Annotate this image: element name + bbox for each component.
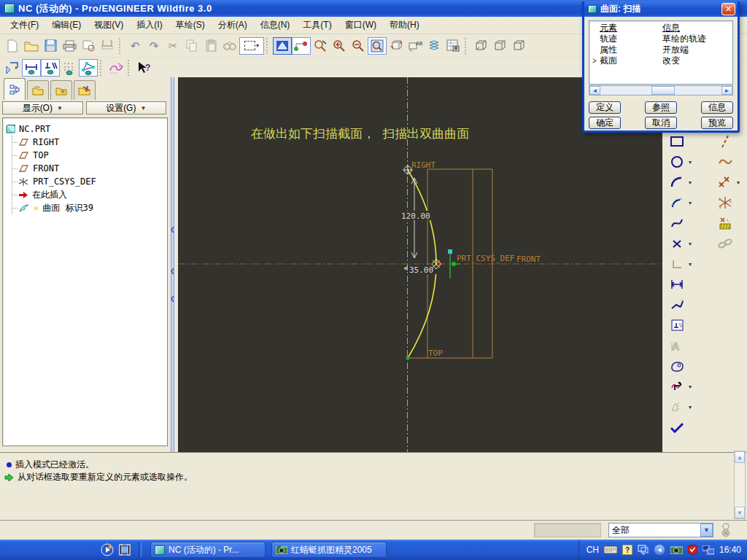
datum-point-tool-icon[interactable]: [716, 174, 734, 190]
preview-button[interactable]: 预览: [701, 117, 733, 129]
tree-item-top-plane[interactable]: TOP: [18, 149, 164, 162]
print-preview-icon[interactable]: [79, 37, 98, 55]
graphics-canvas[interactable]: 在做出如下扫描截面， 扫描出双曲曲面 RIGHT TOP FRONT PRT_C…: [178, 77, 662, 452]
scroll-left-icon[interactable]: ◄: [589, 86, 600, 95]
new-file-icon[interactable]: [3, 37, 22, 55]
fillet-tool-icon[interactable]: [668, 195, 686, 211]
tree-item-surface-feature[interactable]: ✳ 曲面 标识39: [18, 201, 164, 214]
tree-item-right-plane[interactable]: RIGHT: [18, 136, 164, 149]
zoom-fit-icon[interactable]: [368, 37, 387, 55]
dimension-tool-icon[interactable]: [668, 276, 686, 292]
constraint-display-toggle-icon[interactable]: [41, 59, 60, 77]
taskbar-button-proe[interactable]: NC (活动的) - Pr...: [150, 542, 266, 558]
keyboard-icon[interactable]: [604, 545, 617, 554]
zoom-in-icon[interactable]: [330, 37, 349, 55]
import-edge-tool-icon[interactable]: [716, 236, 734, 252]
menu-insert[interactable]: 插入(I): [131, 17, 168, 34]
scroll-right-icon[interactable]: ►: [721, 86, 732, 95]
point-tool-icon[interactable]: [668, 236, 686, 252]
clock[interactable]: 16:40: [719, 545, 741, 555]
tab-connections[interactable]: [74, 80, 96, 100]
cancel-button[interactable]: 取消: [645, 117, 677, 129]
section-preview-icon[interactable]: [107, 59, 125, 77]
combo-dropdown-icon[interactable]: ▼: [700, 524, 713, 537]
element-row-section[interactable]: > 截面 改变: [592, 55, 732, 66]
vertex-display-toggle-icon[interactable]: [79, 59, 98, 77]
open-file-icon[interactable]: [22, 37, 41, 55]
grid-display-toggle-icon[interactable]: [60, 59, 79, 77]
save-icon[interactable]: [41, 37, 60, 55]
menu-window[interactable]: 窗口(W): [339, 17, 382, 34]
define-button[interactable]: 定义: [589, 101, 621, 114]
analysis-measure-icon[interactable]: [311, 37, 330, 55]
context-help-icon[interactable]: ?: [134, 59, 153, 77]
menu-tools[interactable]: 工具(T): [297, 17, 337, 34]
splitter-collapse-icon[interactable]: ❮: [170, 296, 175, 302]
modify-tool-icon[interactable]: [668, 297, 686, 313]
sketcher-display-icon[interactable]: [273, 37, 292, 55]
menu-file[interactable]: 文件(F): [4, 17, 44, 34]
help-tray-icon[interactable]: ?: [622, 545, 632, 555]
arc-tool-icon[interactable]: [668, 174, 686, 190]
wireframe-display-icon[interactable]: [471, 37, 490, 55]
ok-button[interactable]: 确定: [589, 117, 621, 129]
menu-view[interactable]: 视图(V): [88, 17, 129, 34]
window-activate-icon[interactable]: [3, 59, 22, 77]
hide-icons-chevron[interactable]: ◄: [654, 544, 665, 556]
menu-help[interactable]: 帮助(H): [384, 17, 425, 34]
cut-icon[interactable]: ✂: [163, 37, 182, 55]
view-manager-icon[interactable]: [444, 37, 462, 55]
paste-icon[interactable]: [201, 37, 220, 55]
mirror-tool-icon[interactable]: [668, 399, 686, 415]
media-player-icon[interactable]: [101, 543, 114, 556]
panel-splitter[interactable]: ❮ ❮ ❮: [168, 77, 178, 452]
tab-model-tree[interactable]: [4, 78, 26, 100]
message-scrollbar[interactable]: ▲ ▼: [734, 451, 746, 519]
section-hatch-tool-icon[interactable]: [716, 215, 734, 231]
security-shield-icon[interactable]: [688, 545, 697, 555]
palette-tool-icon[interactable]: [668, 358, 686, 374]
show-menu-button[interactable]: 显示(O)▼: [2, 101, 83, 114]
splitter-collapse-icon[interactable]: ❮: [170, 268, 175, 274]
centerline-tool-icon[interactable]: [716, 133, 734, 149]
menu-info[interactable]: 信息(N): [255, 17, 296, 34]
language-indicator[interactable]: CH: [587, 545, 599, 555]
capture-tray-icon[interactable]: [670, 545, 683, 554]
zoom-out-icon[interactable]: [349, 37, 368, 55]
element-row-trajectory[interactable]: 轨迹 草绘的轨迹: [592, 34, 732, 44]
datum-csys-tool-icon[interactable]: yxz: [716, 195, 734, 211]
text-tool-icon[interactable]: A: [668, 338, 686, 354]
layers-icon[interactable]: [425, 37, 444, 55]
tree-item-csys[interactable]: PRT_CSYS_DEF: [18, 175, 164, 188]
settings-menu-button[interactable]: 设置(G)▼: [86, 101, 167, 114]
sketch-csys-tool-icon[interactable]: [668, 256, 686, 272]
datum-curve-tool-icon[interactable]: [716, 154, 734, 170]
redo-icon[interactable]: ↷: [144, 37, 163, 55]
constraint-tool-icon[interactable]: [668, 317, 686, 333]
dialog-close-icon[interactable]: ✕: [721, 3, 735, 15]
selection-filter-combo[interactable]: 全部 ▼: [608, 523, 713, 537]
rectangle-tool-icon[interactable]: [668, 133, 686, 149]
datum-preview-icon[interactable]: [292, 37, 311, 55]
reorient-view-icon[interactable]: [387, 37, 406, 55]
scroll-up-icon[interactable]: ▲: [735, 451, 745, 463]
menu-analysis[interactable]: 分析(A): [212, 17, 253, 34]
send-mail-icon[interactable]: [98, 37, 117, 55]
dimension-display-toggle-icon[interactable]: [22, 59, 41, 77]
network-icon[interactable]: [703, 545, 714, 555]
hidden-line-display-icon[interactable]: [490, 37, 509, 55]
sketch-done-icon[interactable]: [668, 419, 686, 435]
print-icon[interactable]: [60, 37, 79, 55]
tree-root-part[interactable]: NC.PRT: [6, 122, 164, 136]
no-hidden-display-icon[interactable]: [509, 37, 528, 55]
find-icon[interactable]: [220, 37, 239, 55]
display-layout-icon[interactable]: [638, 545, 649, 555]
undo-icon[interactable]: ↶: [125, 37, 144, 55]
copy-icon[interactable]: [182, 37, 201, 55]
menu-sketch[interactable]: 草绘(S): [170, 17, 211, 34]
element-list[interactable]: 元素 信息 轨迹 草绘的轨迹 属性 开放端 > 截面 改变: [589, 20, 733, 85]
splitter-collapse-icon[interactable]: ❮: [170, 227, 175, 233]
tree-item-front-plane[interactable]: FRONT: [18, 162, 164, 175]
trim-tool-icon[interactable]: [668, 378, 686, 394]
tree-item-insert-here[interactable]: 在此插入: [18, 188, 164, 201]
